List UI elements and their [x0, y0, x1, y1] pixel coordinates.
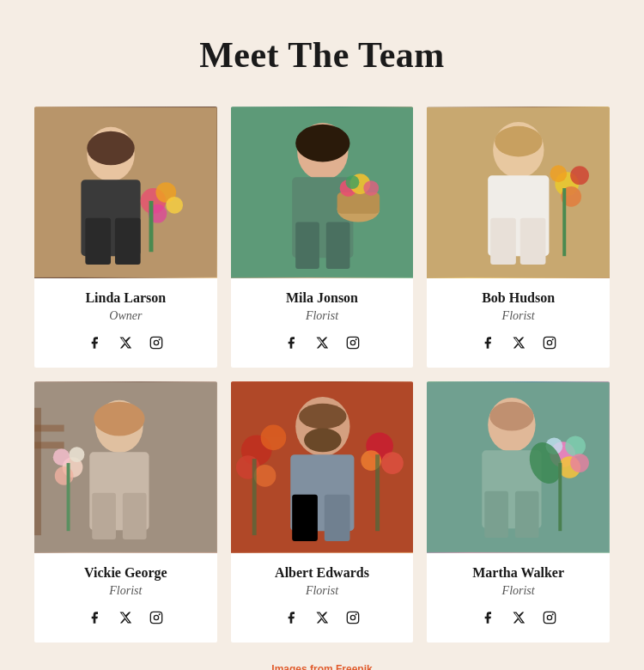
svg-rect-91 [559, 463, 562, 531]
facebook-icon-mila[interactable] [282, 333, 301, 352]
svg-point-32 [495, 126, 542, 157]
footer-note: Images from Freepik [271, 663, 372, 670]
team-card-bob: Bob Hudson Florist [427, 107, 610, 368]
svg-point-3 [87, 131, 134, 166]
x-icon-vickie[interactable] [116, 608, 135, 627]
facebook-icon-martha[interactable] [478, 608, 497, 627]
svg-point-68 [260, 425, 286, 451]
svg-rect-74 [252, 459, 256, 535]
svg-rect-10 [149, 201, 154, 252]
role-mila: Florist [306, 309, 338, 323]
svg-point-41 [547, 340, 551, 344]
photo-vickie [34, 381, 217, 553]
svg-point-8 [166, 197, 183, 214]
svg-point-58 [155, 615, 159, 619]
svg-rect-53 [67, 463, 70, 531]
svg-point-27 [350, 340, 355, 344]
x-icon-albert[interactable] [313, 608, 331, 627]
svg-point-36 [570, 166, 589, 185]
svg-rect-56 [34, 408, 41, 535]
x-icon-martha[interactable] [509, 608, 528, 627]
photo-linda [34, 107, 217, 278]
svg-point-42 [551, 338, 553, 340]
photo-albert [231, 381, 414, 553]
svg-point-93 [547, 615, 551, 619]
svg-point-25 [345, 175, 359, 189]
team-card-vickie: Vickie George Florist [34, 381, 217, 643]
team-grid: Linda Larson Owner [34, 107, 610, 643]
svg-rect-21 [337, 192, 379, 214]
svg-rect-92 [544, 612, 555, 623]
photo-bob [427, 107, 610, 278]
svg-point-59 [159, 613, 161, 615]
svg-rect-4 [85, 218, 111, 265]
svg-point-64 [304, 428, 342, 452]
svg-rect-47 [92, 493, 116, 539]
facebook-icon-linda[interactable] [85, 333, 104, 352]
instagram-icon-bob[interactable] [540, 333, 559, 352]
team-card-albert: Albert Edwards Florist [231, 381, 414, 643]
facebook-icon-albert[interactable] [282, 608, 301, 627]
instagram-icon-albert[interactable] [343, 608, 362, 627]
page-title: Meet The Team [199, 34, 445, 76]
svg-rect-75 [375, 454, 380, 531]
svg-rect-40 [544, 337, 555, 348]
svg-rect-39 [563, 188, 567, 256]
x-icon-linda[interactable] [116, 333, 135, 352]
svg-point-28 [355, 338, 357, 340]
svg-rect-48 [123, 493, 147, 539]
social-mila [282, 333, 362, 352]
svg-point-38 [550, 165, 568, 182]
svg-rect-19 [325, 222, 349, 269]
svg-rect-84 [515, 491, 539, 538]
footer-text: Images from [271, 663, 336, 670]
svg-rect-26 [347, 337, 358, 348]
instagram-icon-martha[interactable] [540, 608, 559, 627]
name-albert: Albert Edwards [275, 565, 369, 581]
facebook-icon-vickie[interactable] [85, 608, 104, 627]
svg-rect-66 [324, 495, 349, 541]
role-bob: Florist [502, 309, 535, 323]
svg-point-51 [70, 447, 85, 462]
team-card-martha: Martha Walker Florist [427, 381, 610, 643]
name-vickie: Vickie George [84, 565, 167, 581]
svg-point-73 [253, 465, 276, 487]
footer-source[interactable]: Freepik [336, 663, 373, 670]
social-vickie [85, 608, 166, 627]
svg-rect-57 [151, 612, 162, 623]
name-linda: Linda Larson [85, 290, 166, 306]
name-martha: Martha Walker [472, 565, 564, 581]
svg-rect-34 [520, 218, 546, 265]
svg-rect-5 [115, 218, 141, 265]
svg-rect-11 [151, 337, 162, 348]
team-card-linda: Linda Larson Owner [34, 107, 217, 368]
svg-rect-76 [347, 612, 358, 623]
role-linda: Owner [109, 309, 142, 323]
social-albert [282, 608, 362, 627]
svg-point-63 [299, 404, 346, 429]
instagram-icon-vickie[interactable] [147, 608, 166, 627]
role-albert: Florist [306, 584, 338, 598]
svg-point-77 [350, 615, 355, 619]
social-martha [478, 608, 559, 627]
name-bob: Bob Hudson [482, 290, 555, 306]
photo-martha [427, 381, 610, 553]
instagram-icon-linda[interactable] [147, 333, 166, 352]
svg-point-71 [381, 452, 404, 474]
instagram-icon-mila[interactable] [343, 333, 362, 352]
x-icon-bob[interactable] [509, 333, 528, 352]
role-martha: Florist [502, 584, 535, 598]
svg-rect-83 [485, 491, 509, 538]
social-linda [85, 333, 166, 352]
role-vickie: Florist [109, 584, 142, 598]
svg-point-24 [363, 180, 379, 196]
svg-point-82 [490, 402, 534, 431]
svg-rect-33 [491, 218, 517, 265]
svg-point-46 [94, 402, 144, 436]
facebook-icon-bob[interactable] [478, 333, 497, 352]
svg-point-17 [295, 125, 349, 162]
svg-point-12 [155, 340, 159, 344]
svg-point-78 [355, 613, 357, 615]
name-mila: Mila Jonson [286, 290, 358, 306]
x-icon-mila[interactable] [313, 333, 331, 352]
